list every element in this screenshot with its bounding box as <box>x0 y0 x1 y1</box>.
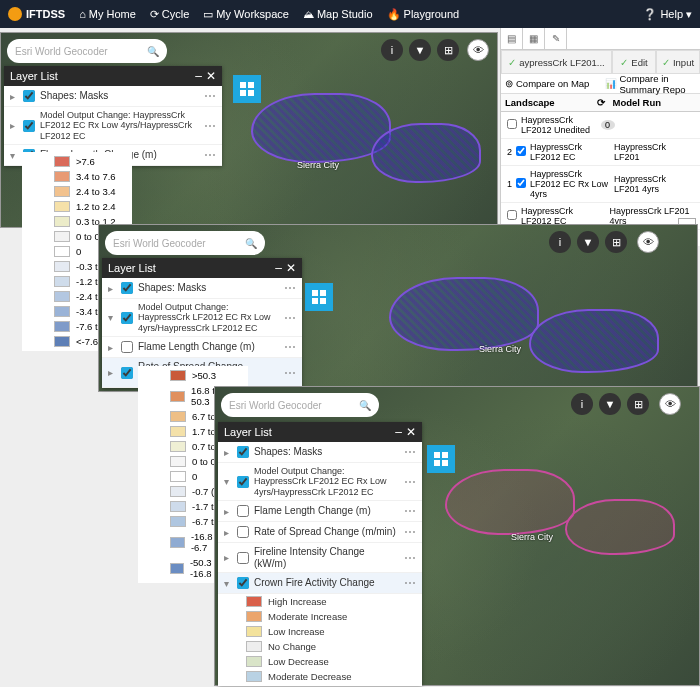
search-icon[interactable]: 🔍 <box>245 238 257 249</box>
city-label: Sierra City <box>479 345 521 354</box>
layer-row[interactable]: ▾Model Output Change: HaypressCrk LF2012… <box>218 463 422 501</box>
info-icon[interactable]: i <box>571 393 593 415</box>
search-input[interactable]: Esri World Geocoder🔍 <box>105 231 265 255</box>
add-icon[interactable]: ⊞ <box>627 393 649 415</box>
close-icon[interactable]: ✕ <box>206 69 216 83</box>
edit-tab[interactable]: ✓Edit <box>612 50 656 74</box>
nav-playground[interactable]: 🔥 Playground <box>387 8 460 21</box>
basemap-button[interactable] <box>233 75 261 103</box>
minimize-icon[interactable]: – <box>395 425 402 439</box>
close-icon[interactable]: ✕ <box>286 261 296 275</box>
legend-item: >50.3 <box>142 368 244 383</box>
legend-item: Low Decrease <box>218 654 422 669</box>
basemap-button[interactable] <box>427 445 455 473</box>
layer-row[interactable]: ▸Model Output Change: HaypressCrk LF2012… <box>4 107 222 145</box>
table-row[interactable]: HaypressCrk LF2012 Unedited0 <box>501 112 700 139</box>
filter-icon[interactable]: ▼ <box>577 231 599 253</box>
filter-icon[interactable]: ▼ <box>409 39 431 61</box>
table-row[interactable]: 1HaypressCrk LF2012 EC Rx Low 4yrsHaypre… <box>501 166 700 203</box>
table-header: Landscape⟳Model Run <box>501 94 700 112</box>
info-icon[interactable]: i <box>381 39 403 61</box>
minimize-icon[interactable]: – <box>275 261 282 275</box>
legend-item: High Decrease <box>218 684 422 686</box>
visibility-icon[interactable]: 👁 <box>467 39 489 61</box>
layer-row[interactable]: ▸Flame Length Change (m)⋯ <box>102 337 302 358</box>
filter-icon[interactable]: ▼ <box>599 393 621 415</box>
legend-item: Moderate Increase <box>218 609 422 624</box>
nav-workspace[interactable]: ▭ My Workspace <box>203 8 289 21</box>
layer-row[interactable]: ▾Crown Fire Activity Change⋯ <box>218 573 422 594</box>
legend-item: 1.2 to 2.4 <box>26 199 128 214</box>
visibility-icon[interactable]: 👁 <box>637 231 659 253</box>
tab-edit-icon[interactable]: ✎ <box>545 28 567 49</box>
tab-table-icon[interactable]: ▦ <box>523 28 545 49</box>
top-nav: IFTDSS ⌂ My Home ⟳ Cycle ▭ My Workspace … <box>0 0 700 28</box>
layer-row[interactable]: ▾Model Output Change: HaypressCrk LF2012… <box>102 299 302 337</box>
legend-item: 3.4 to 7.6 <box>26 169 128 184</box>
nav-mapstudio[interactable]: ⛰ Map Studio <box>303 8 373 20</box>
layer-list-title: Layer List <box>10 70 58 82</box>
legend-item: No Change <box>218 639 422 654</box>
search-input[interactable]: Esri World Geocoder🔍 <box>221 393 379 417</box>
nav-cycle[interactable]: ⟳ Cycle <box>150 8 190 21</box>
brand: IFTDSS <box>8 7 65 21</box>
layer-row[interactable]: ▸Shapes: Masks⋯ <box>218 442 422 463</box>
nav-home[interactable]: ⌂ My Home <box>79 8 136 20</box>
layer-list-3: Layer List–✕ ▸Shapes: Masks⋯ ▾Model Outp… <box>218 422 422 686</box>
legend-item: Low Increase <box>218 624 422 639</box>
minimize-icon[interactable]: – <box>195 69 202 83</box>
search-input[interactable]: Esri World Geocoder🔍 <box>7 39 167 63</box>
compare-panel: ▤ ▦ ✎ ✓aypressCrk LF201... ✓Edit ✓Input … <box>500 28 700 246</box>
legend-item: Moderate Decrease <box>218 669 422 684</box>
close-icon[interactable]: ✕ <box>406 425 416 439</box>
table-row[interactable]: 2HaypressCrk LF2012 ECHaypressCrk LF201 <box>501 139 700 166</box>
compare-map[interactable]: ⊚ Compare on Map <box>501 74 601 93</box>
input-tab[interactable]: ✓Input <box>656 50 700 74</box>
layer-row[interactable]: ▸Rate of Spread Change (m/min)⋯ <box>218 522 422 543</box>
tab-layers-icon[interactable]: ▤ <box>501 28 523 49</box>
layer-row[interactable]: ▸Shapes: Masks⋯ <box>102 278 302 299</box>
visibility-icon[interactable]: 👁 <box>659 393 681 415</box>
add-icon[interactable]: ⊞ <box>605 231 627 253</box>
city-label: Sierra City <box>511 533 553 542</box>
add-icon[interactable]: ⊞ <box>437 39 459 61</box>
layer-row[interactable]: ▸Fireline Intensity Change (kW/m)⋯ <box>218 543 422 573</box>
compare-summary[interactable]: 📊 Compare in Summary Repo <box>601 74 701 93</box>
info-icon[interactable]: i <box>549 231 571 253</box>
file-tab[interactable]: ✓aypressCrk LF201... <box>501 50 612 74</box>
legend-item: >7.6 <box>26 154 128 169</box>
legend-item: 2.4 to 3.4 <box>26 184 128 199</box>
search-icon[interactable]: 🔍 <box>147 46 159 57</box>
city-label: Sierra City <box>297 161 339 170</box>
basemap-button[interactable] <box>305 283 333 311</box>
nav-help[interactable]: ❔ Help ▾ <box>643 8 692 21</box>
layer-row[interactable]: ▸Shapes: Masks⋯ <box>4 86 222 107</box>
layer-row[interactable]: ▸Flame Length Change (m)⋯ <box>218 501 422 522</box>
legend-item: High Increase <box>218 594 422 609</box>
search-icon[interactable]: 🔍 <box>359 400 371 411</box>
